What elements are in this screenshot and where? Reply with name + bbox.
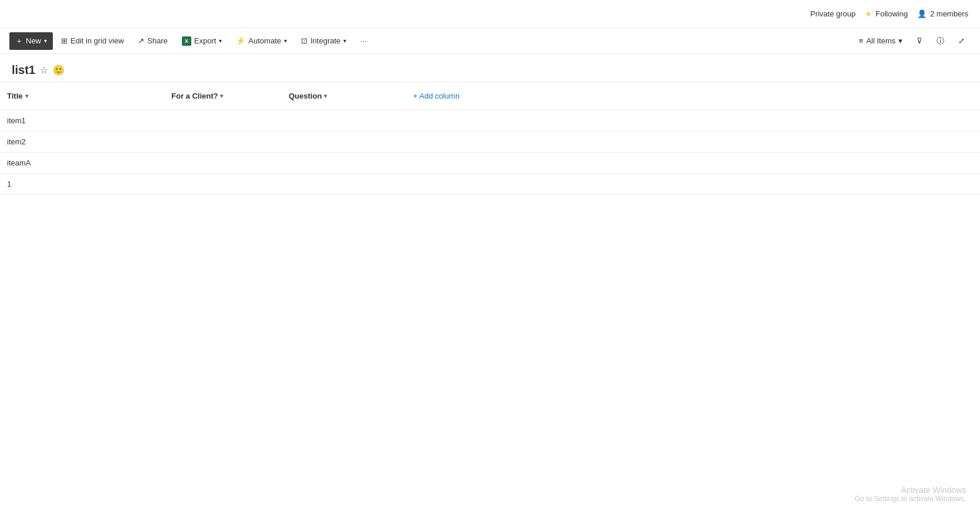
table-row[interactable]: item2 <box>0 131 980 153</box>
cell-title: 1 <box>0 174 164 195</box>
favorite-star-icon[interactable]: ☆ <box>40 65 48 76</box>
automate-button[interactable]: ⚡ Automate ▾ <box>230 33 293 49</box>
cell-extra <box>399 174 980 195</box>
private-group-label: Private group <box>810 9 856 18</box>
client-col-label: For a Client? <box>171 92 218 100</box>
cell-client <box>164 110 282 131</box>
cell-question <box>282 131 399 153</box>
add-column-label: + Add column <box>413 92 459 100</box>
command-bar: ＋ New ▾ ⊞ Edit in grid view ↗ Share X Ex… <box>0 28 980 54</box>
col-question-header[interactable]: Question ▾ <box>282 82 399 110</box>
share-icon: ↗ <box>138 36 144 45</box>
cell-client <box>164 153 282 174</box>
automate-chevron-icon: ▾ <box>284 38 287 44</box>
col-add-header[interactable]: + Add column <box>399 82 980 110</box>
table-row[interactable]: iteamA <box>0 153 980 174</box>
filter-button[interactable]: ⊽ <box>911 33 928 49</box>
question-sort-icon: ▾ <box>324 93 327 99</box>
all-items-button[interactable]: ≡ All Items ▾ <box>853 33 908 49</box>
grid-icon: ⊞ <box>61 36 67 45</box>
more-button[interactable]: ··· <box>354 33 373 49</box>
edit-grid-button[interactable]: ⊞ Edit in grid view <box>55 33 130 49</box>
more-label: ··· <box>360 36 367 45</box>
export-chevron-icon: ▾ <box>219 38 222 44</box>
automate-label: Automate <box>248 36 281 45</box>
col-client-header[interactable]: For a Client? ▾ <box>164 82 282 110</box>
export-button[interactable]: X Export ▾ <box>176 33 228 49</box>
client-sort-icon: ▾ <box>220 93 223 99</box>
integrate-chevron-icon: ▾ <box>343 38 346 44</box>
members-label: 2 members <box>930 9 968 18</box>
cell-client <box>164 131 282 153</box>
filter-lines-icon: ≡ <box>859 36 864 45</box>
automate-icon: ⚡ <box>236 36 245 45</box>
all-items-label: All Items <box>866 36 895 45</box>
funnel-icon: ⊽ <box>917 36 922 45</box>
list-table: Title ▾ For a Client? ▾ Question ▾ + Add… <box>0 82 980 195</box>
cell-question <box>282 110 399 131</box>
cell-title: item1 <box>0 110 164 131</box>
integrate-label: Integrate <box>310 36 340 45</box>
page-header: list1 ☆ 🙂 <box>0 54 980 82</box>
cell-question <box>282 153 399 174</box>
table-body: item1item2iteamA1 <box>0 110 980 195</box>
all-items-chevron-icon: ▾ <box>898 36 903 45</box>
emoji-icon[interactable]: 🙂 <box>53 65 65 76</box>
star-icon[interactable]: ★ <box>865 9 872 18</box>
plus-icon: ＋ <box>15 36 23 46</box>
info-icon: ⓘ <box>937 36 944 46</box>
table-header-row: Title ▾ For a Client? ▾ Question ▾ + Add… <box>0 82 980 110</box>
title-sort-icon: ▾ <box>25 93 28 99</box>
following-label: Following <box>876 9 908 18</box>
cell-extra <box>399 110 980 131</box>
right-commands: ≡ All Items ▾ ⊽ ⓘ ⤢ <box>853 32 971 50</box>
new-chevron-icon: ▾ <box>44 38 47 44</box>
title-col-label: Title <box>7 92 23 100</box>
members-section: 👤 2 members <box>917 9 968 18</box>
cell-title: iteamA <box>0 153 164 174</box>
edit-grid-label: Edit in grid view <box>70 36 124 45</box>
expand-button[interactable]: ⤢ <box>952 33 971 49</box>
people-icon: 👤 <box>917 9 927 18</box>
following-section: ★ Following <box>865 9 908 18</box>
export-label: Export <box>194 36 217 45</box>
cell-question <box>282 174 399 195</box>
new-button[interactable]: ＋ New ▾ <box>9 32 53 50</box>
integrate-icon: ⊡ <box>301 36 307 45</box>
cell-extra <box>399 131 980 153</box>
cell-client <box>164 174 282 195</box>
private-group-section: Private group <box>810 9 856 18</box>
question-col-label: Question <box>289 92 322 100</box>
page-title: list1 <box>12 63 35 77</box>
share-label: Share <box>147 36 168 45</box>
col-title-header[interactable]: Title ▾ <box>0 82 164 110</box>
table-row[interactable]: 1 <box>0 174 980 195</box>
new-label: New <box>26 36 41 45</box>
add-column-button[interactable]: + Add column <box>406 87 467 105</box>
cell-extra <box>399 153 980 174</box>
top-bar: Private group ★ Following 👤 2 members <box>0 0 980 28</box>
cell-title: item2 <box>0 131 164 153</box>
expand-icon: ⤢ <box>958 36 965 45</box>
info-button[interactable]: ⓘ <box>931 32 950 50</box>
table-row[interactable]: item1 <box>0 110 980 131</box>
integrate-button[interactable]: ⊡ Integrate ▾ <box>295 33 352 49</box>
excel-icon: X <box>182 36 191 46</box>
share-button[interactable]: ↗ Share <box>132 33 174 49</box>
